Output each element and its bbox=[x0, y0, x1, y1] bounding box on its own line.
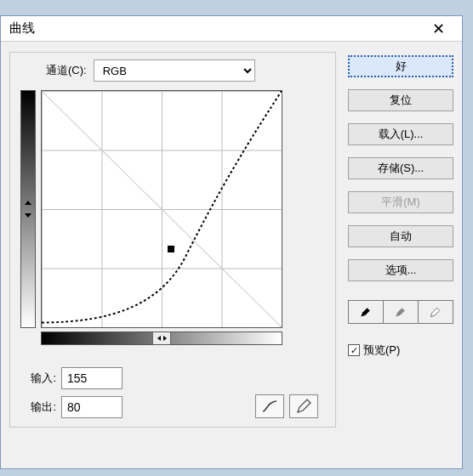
curve-tool-icon bbox=[261, 398, 278, 415]
input-field[interactable] bbox=[61, 367, 123, 389]
titlebar: 曲线 ✕ bbox=[1, 16, 462, 42]
preview-label: 预览(P) bbox=[363, 343, 400, 358]
auto-button[interactable]: 自动 bbox=[348, 225, 453, 247]
window-title: 曲线 bbox=[9, 20, 35, 37]
load-button[interactable]: 载入(L)... bbox=[348, 123, 453, 145]
input-gradient-bar[interactable] bbox=[41, 332, 282, 345]
reset-button[interactable]: 复位 bbox=[348, 89, 453, 111]
curves-dialog: 曲线 ✕ 通道(C): RGB bbox=[0, 15, 463, 469]
channel-select[interactable]: RGB bbox=[94, 60, 255, 82]
horizontal-arrows-icon[interactable] bbox=[152, 332, 171, 344]
save-button[interactable]: 存储(S)... bbox=[348, 157, 453, 179]
input-label: 输入: bbox=[20, 371, 56, 386]
eyedropper-black-button[interactable] bbox=[348, 300, 384, 324]
output-field[interactable] bbox=[61, 396, 123, 418]
curves-panel: 通道(C): RGB bbox=[9, 52, 336, 428]
curve-control-point[interactable] bbox=[168, 246, 174, 252]
eyedropper-white-icon bbox=[429, 305, 442, 319]
eyedropper-gray-button[interactable] bbox=[384, 300, 419, 324]
output-label: 输出: bbox=[20, 400, 56, 415]
output-gradient-bar[interactable] bbox=[20, 90, 36, 328]
options-button[interactable]: 选项... bbox=[348, 259, 453, 281]
pencil-tool-button[interactable] bbox=[289, 394, 318, 418]
curve-grid[interactable] bbox=[41, 90, 282, 328]
button-column: 好 复位 载入(L)... 存储(S)... 平滑(M) 自动 选项... bbox=[348, 52, 453, 428]
vertical-arrows-icon bbox=[21, 91, 35, 327]
smooth-button[interactable]: 平滑(M) bbox=[348, 191, 453, 213]
ok-button[interactable]: 好 bbox=[348, 55, 453, 77]
curve-tool-button[interactable] bbox=[255, 394, 284, 418]
eyedropper-white-button[interactable] bbox=[419, 300, 453, 324]
close-icon[interactable]: ✕ bbox=[421, 19, 455, 39]
pencil-tool-icon bbox=[295, 398, 312, 415]
eyedropper-black-icon bbox=[359, 305, 373, 319]
eyedropper-gray-icon bbox=[394, 305, 407, 319]
channel-label: 通道(C): bbox=[46, 63, 87, 78]
curve-line bbox=[42, 91, 282, 327]
preview-checkbox[interactable]: ✓ bbox=[348, 344, 360, 356]
